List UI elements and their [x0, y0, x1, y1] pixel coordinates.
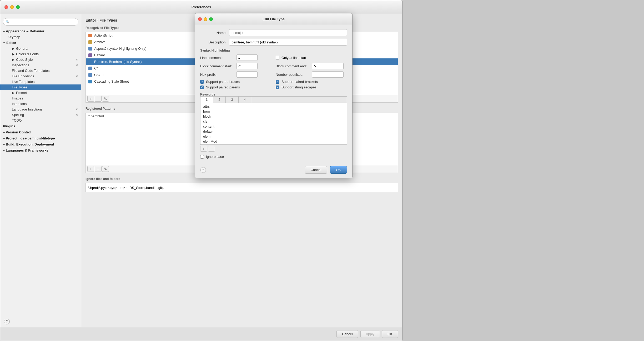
hex-prefix-label: Hex prefix:	[200, 73, 234, 77]
maximize-button[interactable]	[16, 5, 20, 9]
block-comment-start-row: Block comment start:	[200, 63, 271, 69]
keyword-tab-2[interactable]: 2	[213, 97, 226, 103]
description-input[interactable]	[229, 39, 347, 46]
only-at-line-start-label: Only at line start	[281, 56, 306, 60]
sidebar-item-plugins[interactable]: Plugins	[0, 123, 81, 129]
keyword-tab-4[interactable]: 4	[239, 97, 251, 103]
sidebar-item-spelling[interactable]: Spelling ⚙	[0, 112, 81, 118]
keyword-item: elem	[200, 134, 347, 139]
ok-button[interactable]: OK	[382, 330, 398, 338]
sidebar-item-label: General	[16, 47, 28, 51]
block-comment-end-input[interactable]	[312, 63, 344, 69]
sidebar-item-file-types[interactable]: File Types	[0, 84, 81, 90]
block-comment-start-label: Block comment start:	[200, 64, 234, 68]
ignore-input[interactable]	[85, 183, 398, 192]
sidebar-item-file-code-templates[interactable]: File and Code Templates	[0, 68, 81, 73]
help-button[interactable]: ?	[4, 319, 10, 324]
sidebar-item-intentions[interactable]: Intentions	[0, 101, 81, 107]
add-keyword-button[interactable]: +	[200, 146, 207, 152]
paired-parens-checkbox[interactable]	[200, 86, 204, 89]
syntax-highlighting-title: Syntax Highlighting	[200, 49, 347, 52]
sidebar-item-inspections[interactable]: Inspections ⚙	[0, 62, 81, 68]
remove-pattern-button[interactable]: −	[95, 166, 102, 172]
sidebar-item-label: Plugins	[3, 124, 15, 128]
dialog-body: Name: Description: Syntax Highlighting L…	[195, 25, 352, 163]
dialog-cancel-button[interactable]: Cancel	[305, 166, 327, 174]
line-comment-input[interactable]	[237, 54, 258, 61]
sidebar-item-language-injections[interactable]: Language Injections ⚙	[0, 107, 81, 112]
sidebar-item-file-encodings[interactable]: File Encodings ⚙	[0, 73, 81, 79]
sidebar-item-label: Emmet	[16, 91, 27, 95]
number-postfixes-label: Number postfixes:	[276, 73, 310, 77]
close-button[interactable]	[4, 5, 8, 9]
sidebar-item-general[interactable]: ▶ General	[0, 46, 81, 51]
keyword-item: default	[200, 129, 347, 134]
keywords-section: Keywords 1 2 3 4 attrs bem block cls con…	[200, 92, 347, 153]
paired-brackets-label: Support paired brackets	[281, 80, 318, 84]
keyword-toolbar: + −	[200, 145, 347, 153]
sidebar-item-todo[interactable]: TODO	[0, 118, 81, 123]
edit-file-type-button[interactable]: ✎	[102, 96, 109, 102]
keyword-tab-3[interactable]: 3	[226, 97, 238, 103]
add-file-type-button[interactable]: +	[87, 96, 94, 102]
file-type-name: Cascading Style Sheet	[94, 79, 129, 83]
only-at-line-start-checkbox[interactable]	[276, 56, 279, 59]
minimize-button[interactable]	[10, 5, 14, 9]
block-comment-start-input[interactable]	[237, 63, 258, 69]
ignore-panel: Ignore files and folders	[85, 177, 398, 192]
sidebar-item-code-style[interactable]: ▶ Code Style ⚙	[0, 57, 81, 62]
keyword-item: bem	[200, 109, 347, 114]
keyword-item: content	[200, 124, 347, 129]
sidebar-item-build-execution[interactable]: ▶ Build, Execution, Deployment	[0, 141, 81, 147]
remove-keyword-button[interactable]: −	[208, 146, 215, 152]
only-at-line-start-row: Only at line start	[276, 54, 347, 61]
sidebar-item-label: Colors & Fonts	[16, 52, 39, 56]
sidebar-item-project[interactable]: ▶ Project: idea-bemhtml-filetype	[0, 135, 81, 141]
sidebar-item-editor[interactable]: ▼ Editor	[0, 40, 81, 46]
sidebar-item-languages-frameworks[interactable]: ▶ Languages & Frameworks	[0, 147, 81, 153]
add-pattern-button[interactable]: +	[87, 166, 94, 172]
sidebar-item-label: Inspections	[12, 63, 29, 67]
search-box[interactable]: 🔍	[3, 18, 78, 26]
sidebar-item-label: Images	[12, 96, 23, 100]
expand-arrow: ▼	[3, 42, 5, 44]
sidebar-item-keymap[interactable]: Keymap	[0, 34, 81, 40]
string-escapes-checkbox[interactable]	[276, 86, 279, 89]
gear-icon: ⚙	[76, 113, 78, 116]
sidebar-item-colors-fonts[interactable]: ▶ Colors & Fonts	[0, 51, 81, 57]
pattern-value: *.bemhtml	[88, 114, 104, 118]
sidebar-item-images[interactable]: Images	[0, 96, 81, 101]
sidebar-item-live-templates[interactable]: Live Templates	[0, 79, 81, 84]
cancel-button[interactable]: Cancel	[336, 330, 358, 338]
sidebar-item-version-control[interactable]: ▶ Version Control	[0, 129, 81, 135]
expand-arrow: ▶	[3, 131, 5, 134]
edit-pattern-button[interactable]: ✎	[102, 166, 109, 172]
expand-arrow: ▶	[12, 58, 14, 62]
number-postfixes-input[interactable]	[312, 71, 344, 78]
hex-prefix-input[interactable]	[237, 71, 258, 78]
paired-brackets-checkbox[interactable]	[276, 80, 279, 84]
apply-button[interactable]: Apply	[360, 330, 380, 338]
dialog-maximize-button[interactable]	[209, 17, 213, 21]
sidebar-item-label: Editor	[6, 41, 16, 45]
paired-braces-checkbox[interactable]	[200, 80, 204, 84]
sidebar-item-appearance-behavior[interactable]: ▶ Appearance & Behavior	[0, 28, 81, 34]
keyword-tab-1[interactable]: 1	[200, 97, 213, 103]
keywords-title: Keywords	[200, 93, 215, 96]
dialog-ok-button[interactable]: OK	[330, 166, 347, 174]
keyword-item: cls	[200, 119, 347, 124]
remove-file-type-button[interactable]: −	[95, 96, 102, 102]
name-input[interactable]	[229, 29, 347, 36]
sidebar: 🔍 ▶ Appearance & Behavior Keymap ▼ Edito…	[0, 14, 81, 327]
dialog-minimize-button[interactable]	[204, 17, 207, 21]
number-postfixes-row: Number postfixes:	[276, 71, 347, 78]
dialog-close-button[interactable]	[198, 17, 202, 21]
file-type-name: C/C++	[94, 73, 104, 77]
keywords-list[interactable]: attrs bem block cls content default elem…	[200, 103, 347, 145]
sidebar-item-emmet[interactable]: ▶ Emmet	[0, 90, 81, 96]
dialog-help-button[interactable]: ?	[200, 167, 206, 173]
sidebar-item-label: Intentions	[12, 102, 27, 106]
ignore-case-checkbox[interactable]	[200, 155, 204, 159]
search-input[interactable]	[11, 20, 76, 24]
sidebar-item-label: File Types	[12, 85, 27, 89]
